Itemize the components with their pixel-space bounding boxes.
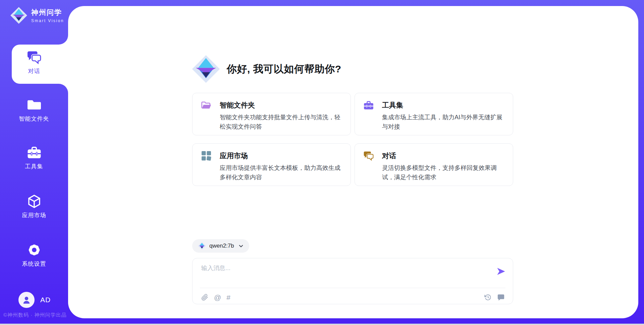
card-description: 智能文件夹功能支持批量文件上传与清洗，轻松实现文件问答 (220, 113, 342, 131)
page-title: 你好, 我可以如何帮助你? (227, 62, 341, 76)
paperclip-icon (201, 294, 208, 301)
mention-button[interactable]: @ (214, 294, 221, 301)
sidebar-item-label: 智能文件夹 (19, 115, 49, 123)
sidebar-item-label: 系统设置 (22, 260, 46, 268)
window-edge (0, 324, 644, 325)
card-title: 智能文件夹 (220, 101, 255, 110)
toolbox-icon (27, 145, 41, 159)
brand-text: 神州问学 Smart Vision (31, 8, 64, 23)
card-description: 应用市场提供丰富长文本模板，助力高效生成多样化文章内容 (220, 163, 342, 182)
brand-subtitle: Smart Vision (31, 18, 64, 23)
composer-toolbar: @ # (201, 291, 505, 303)
send-icon (496, 267, 506, 276)
topic-button[interactable]: # (226, 294, 230, 301)
card-description: 灵活切换多模型文件，支持多样回复效果调试，满足个性化需求 (382, 163, 505, 182)
folder-open-icon (201, 100, 211, 110)
model-selector[interactable]: qwen2:7b (192, 239, 249, 253)
folder-icon (27, 98, 41, 112)
chat-icon (27, 50, 41, 64)
attach-button[interactable] (201, 293, 209, 301)
sidebar-item-label: 工具集 (25, 162, 43, 170)
feature-card-smart-folder[interactable]: 智能文件夹 智能文件夹功能支持批量文件上传与清洗，轻松实现文件问答 (192, 93, 351, 135)
sidebar-item-label: 应用市场 (22, 211, 46, 219)
chevron-down-icon (238, 244, 244, 249)
grid-icon (201, 151, 211, 161)
hash-icon: # (226, 294, 230, 301)
history-button[interactable] (484, 293, 492, 301)
toolbar-right (484, 293, 505, 301)
card-title: 工具集 (382, 101, 403, 110)
feature-card-chat[interactable]: 对话 灵活切换多模型文件，支持多样回复效果调试，满足个性化需求 (355, 143, 513, 186)
person-icon (21, 295, 32, 305)
brand-logo-icon (10, 7, 28, 24)
message-input[interactable] (201, 263, 484, 285)
brand-name: 神州问学 (31, 8, 64, 17)
composer-divider (200, 288, 505, 288)
greeting-logo-icon (192, 55, 220, 83)
send-button[interactable] (496, 267, 506, 276)
avatar (18, 292, 35, 308)
card-title: 对话 (382, 151, 396, 160)
chat-bubbles-icon (364, 151, 374, 161)
at-icon: @ (214, 294, 221, 301)
card-head: 对话 (364, 151, 505, 161)
sidebar-item-toolset[interactable]: 工具集 (0, 145, 68, 170)
user-account[interactable]: AD (18, 292, 51, 308)
card-head: 智能文件夹 (201, 100, 342, 110)
feature-card-app-market[interactable]: 应用市场 应用市场提供丰富长文本模板，助力高效生成多样化文章内容 (192, 143, 351, 186)
card-description: 集成市场上主流工具，助力AI与外界无缝扩展与对接 (382, 113, 505, 131)
message-composer: @ # (192, 258, 513, 304)
greeting: 你好, 我可以如何帮助你? (192, 55, 341, 83)
feedback-button[interactable] (497, 293, 505, 301)
sidebar-item-chat[interactable]: 对话 (0, 50, 68, 75)
card-title: 应用市场 (220, 151, 248, 160)
sidebar-item-settings[interactable]: 系统设置 (0, 243, 68, 268)
feature-card-toolset[interactable]: 工具集 集成市场上主流工具，助力AI与外界无缝扩展与对接 (355, 93, 513, 135)
model-logo-icon (198, 242, 206, 250)
sidebar-item-smart-folder[interactable]: 智能文件夹 (0, 98, 68, 123)
cube-icon (27, 194, 41, 208)
sidebar-item-app-market[interactable]: 应用市场 (0, 194, 68, 219)
card-head: 工具集 (364, 100, 505, 110)
sidebar-footer: ©神州数码 · 神州问学出品 (3, 312, 66, 318)
gear-icon (27, 243, 41, 257)
user-initials: AD (40, 296, 51, 304)
sidebar-item-label: 对话 (28, 67, 40, 75)
toolbox-icon (364, 100, 374, 110)
chat-bubble-icon (497, 294, 504, 301)
history-icon (484, 294, 491, 301)
card-head: 应用市场 (201, 151, 342, 161)
brand: 神州问学 Smart Vision (10, 7, 64, 24)
feature-cards: 智能文件夹 智能文件夹功能支持批量文件上传与清洗，轻松实现文件问答 (192, 93, 513, 186)
model-name: qwen2:7b (209, 243, 234, 249)
